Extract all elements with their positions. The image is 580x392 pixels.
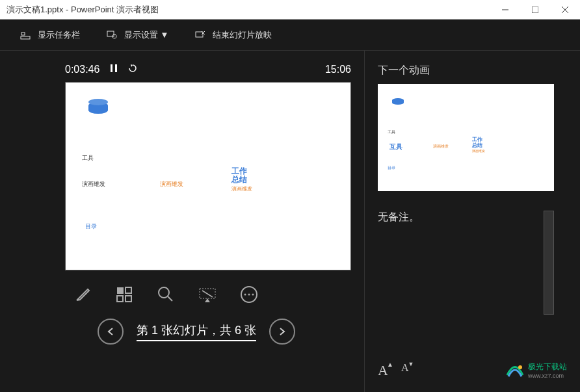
presenter-tools (65, 280, 351, 309)
next-slide-text: 工具 (388, 129, 395, 135)
see-all-slides-button[interactable] (110, 280, 138, 309)
slide-navigation: 第 1 张幻灯片，共 6 张 (65, 319, 351, 345)
svg-rect-1 (532, 7, 538, 13)
main-slide-area: 0:03:46 15:06 工具 演画维发 演画维发 工作 总结 演画维发 目录 (0, 51, 364, 392)
svg-rect-5 (21, 33, 25, 35)
notes-section: 无备注。 (378, 211, 554, 315)
slide-text: 工具 (82, 154, 94, 163)
svg-rect-14 (125, 287, 131, 293)
increase-font-button[interactable]: A▲ (378, 362, 388, 379)
end-slideshow-button[interactable]: 结束幻灯片放映 (194, 29, 272, 41)
next-slide-text: 演画维发 (433, 144, 449, 150)
watermark: 极光下载站 www.xz7.com (505, 361, 567, 379)
svg-rect-13 (117, 287, 124, 294)
watermark-url: www.xz7.com (528, 372, 567, 379)
watermark-logo-icon (505, 362, 525, 379)
notes-scrollbar[interactable] (544, 211, 554, 315)
slide-graphic-cylinder (88, 102, 108, 114)
side-panel: 下一个动画 工具 互具 演画维发 工作 总结 演画维发 目录 无备注。 A▲ A… (364, 51, 580, 392)
next-animation-label: 下一个动画 (378, 64, 554, 77)
toolbar: 显示任务栏 显示设置 ▼ 结束幻灯片放映 (0, 20, 580, 51)
content-area: 0:03:46 15:06 工具 演画维发 演画维发 工作 总结 演画维发 目录 (0, 51, 580, 392)
slide-text: 演画维发 (160, 180, 183, 189)
svg-rect-4 (21, 36, 30, 39)
more-options-button[interactable] (235, 280, 263, 309)
next-slide-text: 演画维发 (472, 149, 485, 153)
slide-text: 工作 总结 (231, 167, 247, 184)
decrease-font-button[interactable]: A▼ (401, 362, 409, 379)
svg-point-24 (518, 365, 522, 369)
svg-rect-15 (117, 296, 123, 302)
show-taskbar-button[interactable]: 显示任务栏 (20, 29, 80, 41)
maximize-button[interactable] (520, 0, 550, 20)
slide-text: 演画维发 (82, 180, 105, 189)
next-slide-graphic (392, 98, 404, 105)
svg-point-17 (159, 287, 169, 298)
minimize-button[interactable] (490, 0, 520, 20)
end-icon (194, 29, 206, 41)
pause-button[interactable] (109, 64, 118, 75)
zoom-button[interactable] (152, 280, 180, 309)
svg-point-23 (252, 294, 254, 296)
watermark-text: 极光下载站 (528, 361, 567, 372)
display-settings-label: 显示设置 ▼ (124, 29, 168, 41)
svg-point-22 (248, 294, 250, 296)
title-bar: 演示文稿1.pptx - PowerPoint 演示者视图 (0, 0, 580, 20)
svg-point-21 (244, 294, 246, 296)
svg-rect-11 (111, 64, 112, 72)
no-notes-label: 无备注。 (378, 211, 419, 315)
next-slide-text: 工作 总结 (472, 137, 482, 149)
next-slide-button[interactable] (269, 319, 295, 345)
current-slide-preview[interactable]: 工具 演画维发 演画维发 工作 总结 演画维发 目录 (65, 82, 351, 270)
next-slide-text: 互具 (389, 142, 402, 151)
window-controls (490, 0, 580, 20)
previous-slide-button[interactable] (98, 319, 124, 345)
current-time: 15:06 (325, 64, 351, 75)
svg-line-18 (168, 296, 172, 301)
display-icon (106, 29, 118, 41)
elapsed-time: 0:03:46 (65, 64, 99, 75)
timer-controls: 0:03:46 (65, 64, 137, 75)
slide-text: 演画维发 (231, 185, 252, 192)
slide-text: 目录 (85, 222, 97, 231)
next-slide-preview[interactable]: 工具 互具 演画维发 工作 总结 演画维发 目录 (378, 84, 554, 191)
close-button[interactable] (550, 0, 580, 20)
show-taskbar-label: 显示任务栏 (38, 29, 80, 41)
black-screen-button[interactable] (193, 280, 222, 309)
slide-counter: 第 1 张幻灯片，共 6 张 (137, 322, 256, 341)
display-settings-button[interactable]: 显示设置 ▼ (106, 29, 168, 41)
restart-button[interactable] (128, 64, 137, 75)
taskbar-icon (20, 29, 31, 41)
timer-row: 0:03:46 15:06 (65, 64, 351, 75)
svg-rect-12 (115, 64, 117, 72)
pen-tool-button[interactable] (68, 280, 97, 309)
window-title: 演示文稿1.pptx - PowerPoint 演示者视图 (7, 4, 159, 16)
end-slideshow-label: 结束幻灯片放映 (213, 29, 272, 41)
next-slide-text: 目录 (388, 165, 395, 171)
svg-rect-16 (125, 296, 131, 302)
